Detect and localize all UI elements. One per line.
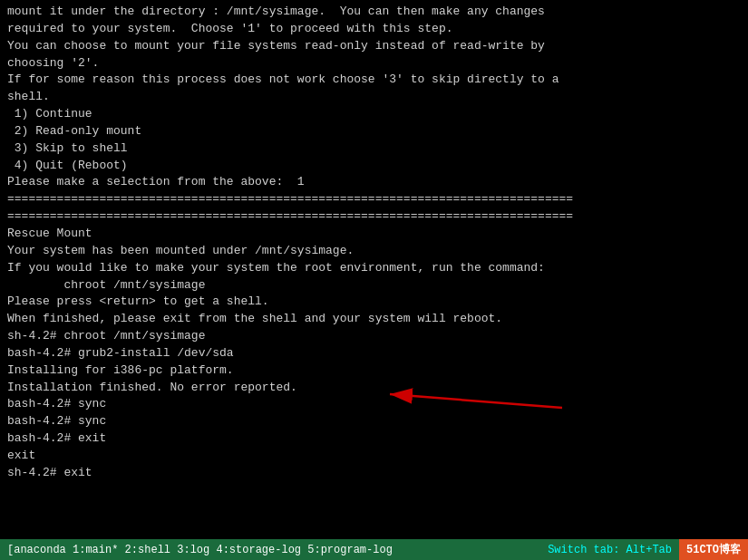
terminal-line: Please make a selection from the above: … [7, 174, 741, 191]
terminal-line: chroot /mnt/sysimage [7, 277, 741, 294]
statusbar: [anaconda 1:main* 2:shell 3:log 4:storag… [0, 539, 748, 560]
terminal-line: Please press <return> to get a shell. [7, 294, 741, 311]
terminal: mount it under the directory : /mnt/sysi… [0, 0, 748, 539]
terminal-line: bash-4.2# sync [7, 413, 741, 430]
terminal-line: If for some reason this process does not… [7, 72, 741, 89]
terminal-line: 1) Continue [7, 106, 741, 123]
terminal-line: 4) Quit (Reboot) [7, 158, 741, 175]
terminal-line: ========================================… [7, 191, 741, 208]
terminal-line: choosing '2'. [7, 55, 741, 72]
terminal-line: shell. [7, 89, 741, 106]
terminal-line: bash-4.2# sync [7, 396, 741, 413]
statusbar-switch-label: Switch tab: Alt+Tab [540, 539, 679, 560]
statusbar-tabs[interactable]: [anaconda 1:main* 2:shell 3:log 4:storag… [0, 539, 540, 560]
terminal-line: sh-4.2# exit [7, 465, 741, 482]
terminal-line: 2) Read-only mount [7, 123, 741, 140]
terminal-line: If you would like to make your system th… [7, 260, 741, 277]
terminal-line: ========================================… [7, 208, 741, 226]
terminal-line: Your system has been mounted under /mnt/… [7, 243, 741, 260]
statusbar-brand: 51CTO博客 [679, 539, 748, 560]
terminal-line: 3) Skip to shell [7, 140, 741, 158]
terminal-line: You can choose to mount your file system… [7, 38, 741, 55]
terminal-line: Installation finished. No error reported… [7, 380, 741, 397]
terminal-line: exit [7, 448, 741, 465]
terminal-line: Installing for i386-pc platform. [7, 362, 741, 380]
terminal-line: mount it under the directory : /mnt/sysi… [7, 4, 741, 21]
terminal-output: mount it under the directory : /mnt/sysi… [7, 4, 741, 482]
terminal-line: sh-4.2# chroot /mnt/sysimage [7, 328, 741, 345]
terminal-line: Rescue Mount [7, 226, 741, 243]
statusbar-tabs-label: [anaconda 1:main* 2:shell 3:log 4:storag… [7, 544, 393, 556]
terminal-line: bash-4.2# grub2-install /dev/sda [7, 345, 741, 362]
terminal-line: required to your system. Choose '1' to p… [7, 21, 741, 38]
terminal-line: bash-4.2# exit [7, 430, 741, 448]
terminal-line: When finished, please exit from the shel… [7, 311, 741, 328]
